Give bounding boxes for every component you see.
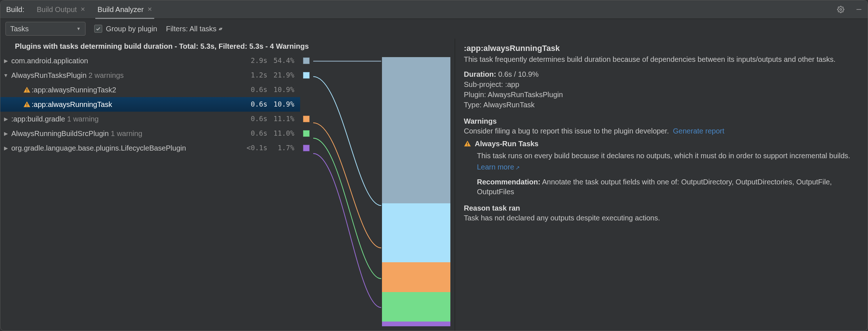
warning-icon bbox=[464, 140, 471, 147]
color-swatch bbox=[303, 72, 310, 79]
close-icon[interactable]: ✕ bbox=[147, 5, 152, 13]
detail-title: :app:alwaysRunningTask bbox=[464, 43, 859, 54]
learn-more-link[interactable]: Learn more↗ bbox=[477, 163, 520, 171]
generate-report-link[interactable]: Generate report bbox=[673, 127, 724, 135]
chevron-down-icon[interactable]: ▼ bbox=[0, 72, 11, 79]
detail-panel: :app:alwaysRunningTask This task frequen… bbox=[455, 39, 868, 331]
duration-stacked-bar bbox=[382, 53, 455, 331]
color-swatch bbox=[303, 57, 310, 64]
warning-icon bbox=[22, 86, 32, 93]
color-swatch bbox=[303, 130, 310, 137]
svg-rect-2 bbox=[27, 89, 27, 91]
plugins-header: Plugins with tasks determining build dur… bbox=[0, 39, 455, 53]
tree-row[interactable]: ▶ AlwaysRunningBuildSrcPlugin 1 warning … bbox=[0, 126, 300, 141]
detail-lead: This task frequently determines build du… bbox=[464, 55, 859, 64]
tab-label: Build Analyzer bbox=[97, 5, 144, 15]
tree-row[interactable]: ▶ :app:build.gradle 1 warning 0.6s11.1% bbox=[0, 112, 300, 126]
bar-segment[interactable] bbox=[382, 292, 450, 322]
chevron-right-icon[interactable]: ▶ bbox=[0, 57, 11, 64]
chart-connectors bbox=[313, 53, 382, 331]
tree-row[interactable]: ▶ com.android.application 2.9s54.4% bbox=[0, 53, 300, 68]
tab-build-analyzer[interactable]: Build Analyzer ✕ bbox=[95, 0, 154, 19]
svg-rect-3 bbox=[27, 91, 27, 92]
filters-label: Filters: All tasks bbox=[166, 24, 216, 34]
color-swatch bbox=[303, 145, 310, 151]
tabbar-label: Build: bbox=[4, 5, 27, 15]
minimize-icon[interactable] bbox=[854, 4, 864, 15]
bar-segment[interactable] bbox=[382, 203, 450, 262]
chevron-right-icon[interactable]: ▶ bbox=[0, 116, 11, 123]
external-link-icon: ↗ bbox=[515, 165, 520, 171]
swatch-column bbox=[300, 53, 313, 331]
filters-dropdown[interactable]: Filters: All tasks ▴▾ bbox=[166, 24, 222, 34]
warnings-header: Warnings bbox=[464, 117, 497, 125]
group-by-plugin-label: Group by plugin bbox=[106, 24, 157, 34]
chevron-right-icon[interactable]: ▶ bbox=[0, 130, 11, 137]
bar-segment[interactable] bbox=[382, 57, 450, 203]
tab-build-output[interactable]: Build Output ✕ bbox=[35, 0, 87, 19]
bar-segment[interactable] bbox=[382, 322, 450, 326]
color-swatch bbox=[303, 116, 310, 122]
tree-row[interactable]: :app:alwaysRunningTask 0.6s10.9% bbox=[0, 97, 300, 112]
plugin-tree: ▶ com.android.application 2.9s54.4% ▼ Al… bbox=[0, 53, 300, 331]
svg-rect-5 bbox=[27, 106, 27, 107]
chevron-right-icon[interactable]: ▶ bbox=[0, 145, 11, 152]
tree-row[interactable]: :app:alwaysRunningTask2 0.6s10.9% bbox=[0, 83, 300, 97]
tree-row[interactable]: ▼ AlwaysRunTasksPlugin 2 warnings 1.2s21… bbox=[0, 68, 300, 83]
close-icon[interactable]: ✕ bbox=[80, 5, 85, 13]
svg-point-0 bbox=[840, 9, 842, 11]
tabbar: Build: Build Output ✕ Build Analyzer ✕ bbox=[0, 0, 868, 19]
view-selector[interactable]: Tasks ▼ bbox=[5, 22, 85, 36]
svg-rect-4 bbox=[27, 103, 27, 105]
bar-segment[interactable] bbox=[382, 262, 450, 292]
group-by-plugin-checkbox[interactable]: Group by plugin bbox=[94, 24, 157, 34]
reason-header: Reason task ran bbox=[464, 204, 520, 212]
toolbar: Tasks ▼ Group by plugin Filters: All tas… bbox=[0, 19, 868, 39]
gear-icon[interactable] bbox=[836, 4, 846, 15]
tree-row[interactable]: ▶ org.gradle.language.base.plugins.Lifec… bbox=[0, 141, 300, 155]
view-selector-value: Tasks bbox=[10, 24, 29, 34]
tab-label: Build Output bbox=[37, 5, 77, 15]
warning-icon bbox=[22, 101, 32, 108]
svg-rect-7 bbox=[467, 145, 468, 146]
updown-icon: ▴▾ bbox=[219, 25, 222, 32]
svg-rect-6 bbox=[467, 143, 468, 145]
always-run-header: Always-Run Tasks bbox=[475, 139, 538, 149]
chevron-down-icon: ▼ bbox=[76, 26, 81, 32]
